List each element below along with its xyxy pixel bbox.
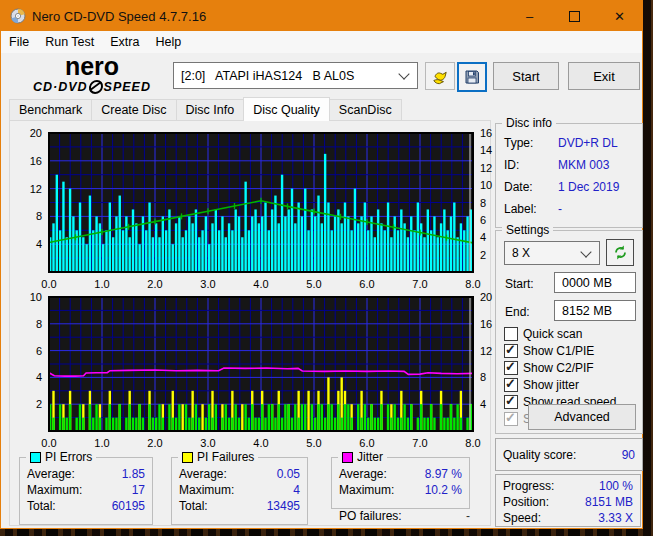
end-field[interactable] <box>554 300 636 321</box>
pi-failures-legend: PI Failures <box>178 450 258 464</box>
disc-label-value: - <box>558 198 562 220</box>
pi-errors-color-swatch <box>30 452 41 463</box>
minimize-icon: – <box>526 9 533 24</box>
save-icon <box>464 69 480 85</box>
svg-text:16: 16 <box>480 318 492 330</box>
po-failures-label: PO failures: <box>339 509 402 523</box>
checkbox-show-c1-pie[interactable]: Show C1/PIE <box>504 343 594 358</box>
jitter-legend: Jitter <box>338 450 387 464</box>
refresh-icon <box>613 245 628 260</box>
scan-speed-value: 8 X <box>505 246 582 260</box>
tab-benchmark[interactable]: Benchmark <box>9 99 92 121</box>
settings-legend: Settings <box>502 223 553 237</box>
svg-text:16: 16 <box>480 127 492 139</box>
maximize-button[interactable] <box>552 1 597 31</box>
svg-text:12: 12 <box>480 345 492 357</box>
drive-select-value: [2:0] ATAPI iHAS124 B AL0S <box>174 69 400 83</box>
pif-average-row: Average:0.05 <box>172 466 307 482</box>
pie-maximum-row: Maximum:17 <box>20 482 152 498</box>
progress-value: 100 % <box>599 478 633 494</box>
svg-text:3.0: 3.0 <box>200 278 215 290</box>
disc-id-label: ID: <box>504 154 558 176</box>
checkbox-icon <box>504 361 518 375</box>
pi-failures-color-swatch <box>182 452 193 463</box>
svg-text:16: 16 <box>30 155 42 167</box>
menu-bar: File Run Test Extra Help <box>1 31 642 54</box>
disc-info-group: Disc info Type:DVD+R DL ID:MKM 003 Date:… <box>495 123 643 228</box>
svg-text:8: 8 <box>36 210 42 222</box>
svg-text:4: 4 <box>36 238 42 250</box>
progress-panel: Progress:100 % Position:8151 MB Speed:3.… <box>495 474 641 527</box>
svg-text:10: 10 <box>30 291 42 303</box>
svg-text:6: 6 <box>36 345 42 357</box>
svg-text:4: 4 <box>480 398 486 410</box>
menu-file[interactable]: File <box>1 35 37 49</box>
svg-text:14: 14 <box>480 144 492 156</box>
svg-text:8: 8 <box>36 318 42 330</box>
disc-icon <box>88 80 104 94</box>
refresh-button[interactable] <box>606 239 634 266</box>
advanced-button[interactable]: Advanced <box>528 404 636 430</box>
app-icon <box>10 8 26 24</box>
speed-value: 3.33 X <box>598 510 633 526</box>
checkbox-show-c2-pif[interactable]: Show C2/PIF <box>504 360 594 375</box>
quality-score-value: 90 <box>622 447 635 463</box>
svg-text:4: 4 <box>480 231 486 243</box>
tab-disc-quality[interactable]: Disc Quality <box>243 97 330 121</box>
disc-info-legend: Disc info <box>502 116 556 130</box>
end-field-label: End: <box>505 305 530 319</box>
tab-create-disc[interactable]: Create Disc <box>91 99 176 121</box>
checkbox-icon <box>504 412 518 426</box>
checkbox-quick-scan[interactable]: Quick scan <box>504 326 582 341</box>
save-button[interactable] <box>457 62 487 92</box>
svg-text:12: 12 <box>480 162 492 174</box>
scan-speed-select[interactable]: 8 X <box>504 241 600 265</box>
svg-text:20: 20 <box>30 127 42 139</box>
start-field[interactable] <box>554 272 636 293</box>
tab-disc-info[interactable]: Disc Info <box>176 99 245 121</box>
jitter-maximum-row: Maximum:10.2 % <box>332 482 469 498</box>
pie-average-row: Average:1.85 <box>20 466 152 482</box>
start-field-label: Start: <box>505 277 534 291</box>
svg-text:20: 20 <box>480 291 492 303</box>
svg-text:2: 2 <box>36 398 42 410</box>
svg-text:5.0: 5.0 <box>306 278 321 290</box>
drive-select[interactable]: [2:0] ATAPI iHAS124 B AL0S <box>173 62 418 89</box>
minimize-button[interactable]: – <box>507 1 552 31</box>
checkbox-show-jitter[interactable]: Show jitter <box>504 377 579 392</box>
svg-text:0.0: 0.0 <box>41 437 56 449</box>
progress-row: Progress:100 % <box>496 478 640 494</box>
svg-text:2.0: 2.0 <box>147 437 162 449</box>
quality-score-panel: Quality score:90 <box>495 438 643 471</box>
checkbox-icon <box>504 344 518 358</box>
jitter-color-swatch <box>342 452 353 463</box>
exit-button[interactable]: Exit <box>568 62 640 90</box>
position-value: 8151 MB <box>585 494 633 510</box>
menu-help[interactable]: Help <box>147 35 189 49</box>
tab-scandisc[interactable]: ScanDisc <box>329 99 402 121</box>
svg-text:6.0: 6.0 <box>359 437 374 449</box>
start-button[interactable]: Start <box>493 62 559 90</box>
svg-text:3.0: 3.0 <box>200 437 215 449</box>
menu-extra[interactable]: Extra <box>102 35 147 49</box>
checkbox-icon <box>504 395 518 409</box>
hand-icon <box>431 67 449 85</box>
menu-run-test[interactable]: Run Test <box>37 35 102 49</box>
disc-id-value: MKM 003 <box>558 154 609 176</box>
svg-text:6.0: 6.0 <box>359 278 374 290</box>
nero-logo: nero CD·DVD SPEED <box>17 54 167 94</box>
disc-date-value: 1 Dec 2019 <box>558 176 619 198</box>
close-button[interactable]: ✕ <box>597 1 642 31</box>
svg-text:1.0: 1.0 <box>94 278 109 290</box>
eject-tray-button[interactable] <box>425 62 455 90</box>
pi-failures-chart: 246810481216200.01.02.03.04.05.06.07.08.… <box>9 291 497 449</box>
svg-text:4.0: 4.0 <box>253 437 268 449</box>
svg-text:6: 6 <box>480 214 486 226</box>
close-icon: ✕ <box>614 9 625 24</box>
disc-date-label: Date: <box>504 176 558 198</box>
svg-text:2.0: 2.0 <box>147 278 162 290</box>
quality-score-label: Quality score: <box>503 447 576 463</box>
svg-text:8.0: 8.0 <box>465 437 480 449</box>
progress-label: Progress: <box>503 478 554 494</box>
pi-errors-legend: PI Errors <box>26 450 96 464</box>
